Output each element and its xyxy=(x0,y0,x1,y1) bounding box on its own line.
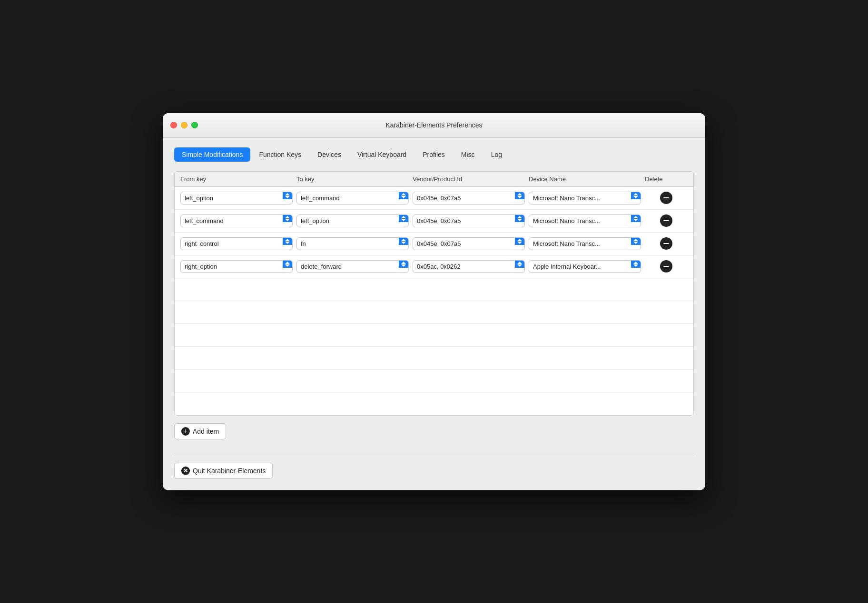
modifications-table: From key To key Vendor/Product Id Device… xyxy=(174,171,694,416)
from-key-dropdown-2[interactable]: left_command xyxy=(180,214,293,227)
minimize-button[interactable] xyxy=(181,122,187,128)
delete-cell-4 xyxy=(645,260,688,272)
window-title: Karabiner-Elements Preferences xyxy=(385,121,482,129)
from-key-arrows-4[interactable] xyxy=(283,261,292,268)
device-name-arrows-3[interactable] xyxy=(631,238,641,245)
table-row: right_option delete_forward xyxy=(175,255,693,278)
arrow-up-icon xyxy=(633,239,638,241)
delete-button-1[interactable] xyxy=(660,192,672,204)
arrow-down-icon xyxy=(517,242,522,244)
from-key-arrows-1[interactable] xyxy=(283,192,292,199)
vendor-id-cell-4: 0x05ac, 0x0262 xyxy=(413,260,525,273)
delete-button-3[interactable] xyxy=(660,237,672,250)
device-name-cell-4: Apple Internal Keyboar... xyxy=(529,260,641,273)
from-key-arrows-2[interactable] xyxy=(283,215,292,222)
quit-label: Quit Karabiner-Elements xyxy=(193,467,266,475)
to-key-dropdown-2[interactable]: left_option xyxy=(296,214,409,227)
to-key-value-4: delete_forward xyxy=(297,261,399,272)
table-row-empty-2 xyxy=(175,301,693,324)
device-name-cell-2: Microsoft Nano Transc... xyxy=(529,214,641,227)
from-key-cell-4: right_option xyxy=(180,260,293,273)
to-key-value-1: left_command xyxy=(297,192,399,204)
to-key-dropdown-1[interactable]: left_command xyxy=(296,192,409,204)
device-name-dropdown-3[interactable]: Microsoft Nano Transc... xyxy=(529,237,641,250)
delete-button-2[interactable] xyxy=(660,214,672,227)
arrow-up-icon xyxy=(285,193,290,195)
tab-log[interactable]: Log xyxy=(483,147,510,162)
to-key-arrows-4[interactable] xyxy=(399,261,408,268)
vendor-id-arrows-4[interactable] xyxy=(515,261,524,268)
minus-icon xyxy=(663,266,669,267)
plus-icon: + xyxy=(184,428,187,434)
tab-bar: Simple Modifications Function Keys Devic… xyxy=(174,147,694,162)
to-key-arrows-1[interactable] xyxy=(399,192,408,199)
to-key-value-3: fn xyxy=(297,238,399,250)
from-key-value-2: left_command xyxy=(181,215,283,227)
from-key-dropdown-3[interactable]: right_control xyxy=(180,237,293,250)
tab-function-keys[interactable]: Function Keys xyxy=(251,147,309,162)
header-to-key: To key xyxy=(296,175,409,183)
to-key-dropdown-4[interactable]: delete_forward xyxy=(296,260,409,273)
delete-cell-3 xyxy=(645,237,688,250)
from-key-value-4: right_option xyxy=(181,261,283,272)
traffic-lights xyxy=(170,122,198,128)
tab-virtual-keyboard[interactable]: Virtual Keyboard xyxy=(350,147,414,162)
table-row-empty-3 xyxy=(175,324,693,347)
vendor-id-arrows-1[interactable] xyxy=(515,192,524,199)
vendor-id-value-2: 0x045e, 0x07a5 xyxy=(413,215,515,227)
to-key-dropdown-3[interactable]: fn xyxy=(296,237,409,250)
device-name-dropdown-1[interactable]: Microsoft Nano Transc... xyxy=(529,192,641,204)
device-name-arrows-1[interactable] xyxy=(631,192,641,199)
from-key-arrows-3[interactable] xyxy=(283,238,292,245)
arrow-down-icon xyxy=(285,242,290,244)
to-key-arrows-2[interactable] xyxy=(399,215,408,222)
device-name-value-1: Microsoft Nano Transc... xyxy=(529,192,631,204)
from-key-value-1: left_option xyxy=(181,192,283,204)
maximize-button[interactable] xyxy=(191,122,198,128)
from-key-dropdown-4[interactable]: right_option xyxy=(180,260,293,273)
arrow-down-icon xyxy=(285,196,290,198)
table-row: left_option left_command xyxy=(175,187,693,210)
arrow-up-icon xyxy=(401,262,406,264)
vendor-id-dropdown-2[interactable]: 0x045e, 0x07a5 xyxy=(413,214,525,227)
tab-simple-modifications[interactable]: Simple Modifications xyxy=(174,147,250,162)
vendor-id-dropdown-1[interactable]: 0x045e, 0x07a5 xyxy=(413,192,525,204)
arrow-up-icon xyxy=(517,239,522,241)
to-key-arrows-3[interactable] xyxy=(399,238,408,245)
arrow-up-icon xyxy=(517,193,522,195)
arrow-down-icon xyxy=(633,242,638,244)
vendor-id-dropdown-3[interactable]: 0x045e, 0x07a5 xyxy=(413,237,525,250)
quit-button[interactable]: ✕ Quit Karabiner-Elements xyxy=(174,463,273,479)
from-key-cell-1: left_option xyxy=(180,192,293,204)
from-key-dropdown-1[interactable]: left_option xyxy=(180,192,293,204)
tab-profiles[interactable]: Profiles xyxy=(415,147,453,162)
tab-devices[interactable]: Devices xyxy=(310,147,349,162)
arrow-down-icon xyxy=(633,219,638,221)
arrow-up-icon xyxy=(401,216,406,218)
delete-button-4[interactable] xyxy=(660,260,672,272)
arrow-up-icon xyxy=(517,262,522,264)
vendor-id-arrows-2[interactable] xyxy=(515,215,524,222)
arrow-down-icon xyxy=(285,264,290,267)
device-name-dropdown-2[interactable]: Microsoft Nano Transc... xyxy=(529,214,641,227)
from-key-cell-3: right_control xyxy=(180,237,293,250)
from-key-value-3: right_control xyxy=(181,238,283,250)
device-name-dropdown-4[interactable]: Apple Internal Keyboar... xyxy=(529,260,641,273)
arrow-up-icon xyxy=(285,262,290,264)
header-from-key: From key xyxy=(180,175,293,183)
device-name-arrows-4[interactable] xyxy=(631,261,641,268)
divider xyxy=(174,453,694,453)
device-name-arrows-2[interactable] xyxy=(631,215,641,222)
table-row-empty-6 xyxy=(175,392,693,415)
vendor-id-arrows-3[interactable] xyxy=(515,238,524,245)
vendor-id-cell-1: 0x045e, 0x07a5 xyxy=(413,192,525,204)
close-button[interactable] xyxy=(170,122,177,128)
to-key-value-2: left_option xyxy=(297,215,399,227)
device-name-value-4: Apple Internal Keyboar... xyxy=(529,261,631,272)
vendor-id-cell-3: 0x045e, 0x07a5 xyxy=(413,237,525,250)
to-key-cell-3: fn xyxy=(296,237,409,250)
add-item-button[interactable]: + Add item xyxy=(174,423,226,439)
tab-misc[interactable]: Misc xyxy=(454,147,483,162)
vendor-id-dropdown-4[interactable]: 0x05ac, 0x0262 xyxy=(413,260,525,273)
arrow-down-icon xyxy=(285,219,290,221)
